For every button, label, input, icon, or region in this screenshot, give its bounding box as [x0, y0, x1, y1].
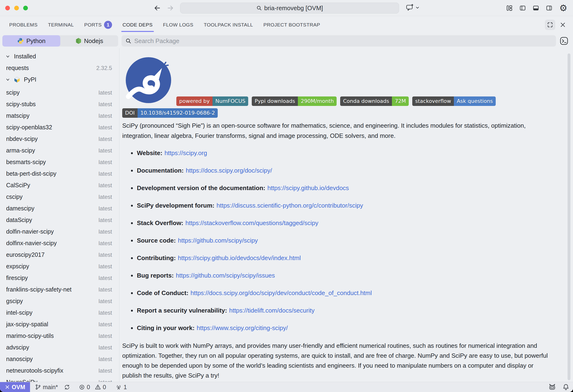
- zoom-window-button[interactable]: [23, 6, 28, 10]
- package-row[interactable]: intel-scipy latest: [0, 307, 119, 319]
- tab-problems[interactable]: PROBLEMS: [9, 16, 37, 34]
- forward-button[interactable]: [166, 4, 175, 12]
- link-label: Source code:: [137, 237, 176, 244]
- package-row[interactable]: firescipy latest: [0, 272, 119, 284]
- link[interactable]: https://scipy.org: [164, 149, 207, 157]
- package-row[interactable]: expscipy latest: [0, 261, 119, 272]
- package-name: arma-scipy: [6, 147, 35, 154]
- package-version: latest: [99, 194, 112, 200]
- package-row[interactable]: nanoscipy latest: [0, 353, 119, 365]
- customize-layout-icon[interactable]: [506, 5, 513, 11]
- python-tab-button[interactable]: Python: [2, 35, 60, 47]
- package-row[interactable]: requests 2.32.5: [0, 62, 119, 74]
- toggle-right-panel-icon[interactable]: [546, 5, 552, 11]
- tab-toolpack-install[interactable]: TOOLPACK INSTALL: [204, 16, 253, 34]
- package-row[interactable]: netneurotools-scipyfix latest: [0, 365, 119, 376]
- package-row[interactable]: besmarts-scipy latest: [0, 156, 119, 168]
- arrow-right-icon: [167, 4, 174, 12]
- package-row[interactable]: marimo-scipy-utils latest: [0, 330, 119, 342]
- package-row[interactable]: cscipy latest: [0, 191, 119, 203]
- tab-ports[interactable]: PORTS 1: [84, 16, 112, 34]
- package-version: latest: [99, 205, 112, 212]
- package-name: expscipy: [6, 263, 29, 270]
- tab-flow-logs[interactable]: FLOW LOGS: [163, 16, 193, 34]
- package-row[interactable]: CalSciPy latest: [0, 179, 119, 191]
- close-panel-button[interactable]: [560, 22, 566, 28]
- link[interactable]: https://docs.scipy.org/doc/scipy/dev/con…: [191, 289, 372, 297]
- remote-indicator[interactable]: OVM: [0, 382, 30, 392]
- ai-chat-button[interactable]: [406, 3, 419, 12]
- package-search-input[interactable]: [134, 37, 552, 45]
- list-item: SciPy development forum: https://discuss…: [122, 202, 372, 209]
- tab-terminal[interactable]: TERMINAL: [48, 16, 74, 34]
- package-row[interactable]: arma-scipy latest: [0, 145, 119, 156]
- panel-content: Installed requests 2.32.5 PyPI scipy lat…: [0, 48, 573, 382]
- badge-label: Conda downloads: [340, 96, 392, 106]
- list-item: Website: https://scipy.org: [122, 149, 372, 157]
- link[interactable]: https://tidelift.com/docs/security: [229, 307, 314, 314]
- link[interactable]: https://discuss.scientific-python.org/c/…: [216, 202, 363, 209]
- search-icon: [256, 5, 262, 11]
- ports-indicator[interactable]: 1: [116, 384, 127, 391]
- branch-indicator[interactable]: main*: [35, 384, 58, 391]
- link[interactable]: https://www.scipy.org/citing-scipy/: [197, 324, 288, 332]
- sync-button[interactable]: [64, 384, 70, 390]
- link[interactable]: https://github.com/scipy/scipy/issues: [176, 272, 275, 279]
- window-search-field[interactable]: bria-removebg [OVM]: [180, 3, 399, 14]
- readme-badge: Pypi downloads 290M/month: [252, 96, 337, 106]
- package-version: latest: [99, 309, 112, 316]
- link[interactable]: https://stackoverflow.com/questions/tagg…: [186, 219, 318, 227]
- tab-project-bootstrap[interactable]: PROJECT BOOTSTRAP: [263, 16, 320, 34]
- package-row[interactable]: scipy-stubs latest: [0, 98, 119, 110]
- link-label: Citing in your work:: [137, 324, 195, 332]
- toggle-bottom-panel-icon[interactable]: [533, 5, 539, 11]
- package-row[interactable]: dolfinx-navier-scipy latest: [0, 237, 119, 249]
- package-row[interactable]: jax-scipy-spatial latest: [0, 319, 119, 330]
- minimize-window-button[interactable]: [14, 6, 19, 10]
- link[interactable]: https://github.com/scipy/scipy: [178, 237, 258, 244]
- git-branch-icon: [35, 384, 41, 390]
- package-list: scipy latest scipy-stubs latest matscipy…: [0, 87, 119, 382]
- package-name: scipy-openblas32: [6, 124, 52, 131]
- package-row[interactable]: franklins-scipy-safety-net latest: [0, 284, 119, 295]
- package-row[interactable]: gscipy latest: [0, 295, 119, 307]
- warnings-indicator[interactable]: 0: [95, 384, 106, 391]
- open-terminal-button[interactable]: [560, 37, 568, 45]
- link[interactable]: https://scipy.github.io/devdocs/dev/inde…: [178, 254, 301, 262]
- package-search-field[interactable]: [122, 35, 556, 47]
- bell-icon[interactable]: [563, 383, 569, 391]
- installed-group-header[interactable]: Installed: [0, 51, 119, 62]
- link[interactable]: https://scipy.github.io/devdocs: [267, 184, 349, 192]
- gear-icon[interactable]: ⚙: [559, 3, 567, 13]
- chevron-down-icon: [5, 77, 10, 82]
- close-window-button[interactable]: [5, 6, 10, 10]
- package-name: nbdev-scipy: [6, 135, 37, 142]
- package-row[interactable]: NeuroSciPy latest: [0, 376, 119, 382]
- package-row[interactable]: beta-pert-dist-scipy latest: [0, 168, 119, 179]
- toggle-left-panel-icon[interactable]: [519, 5, 526, 11]
- package-row[interactable]: euroscipy2017 latest: [0, 249, 119, 261]
- pypi-group-header[interactable]: PyPI: [0, 74, 119, 85]
- tab-code-deps[interactable]: CODE DEPS: [123, 16, 152, 34]
- expand-panel-button[interactable]: [545, 20, 555, 30]
- package-row[interactable]: damescipy latest: [0, 203, 119, 214]
- package-row[interactable]: scipy latest: [0, 87, 119, 98]
- package-row[interactable]: nbdev-scipy latest: [0, 133, 119, 145]
- package-row[interactable]: scipy-openblas32 latest: [0, 122, 119, 133]
- readme-badge: Conda downloads 72M: [340, 96, 409, 106]
- package-row[interactable]: matscipy latest: [0, 110, 119, 122]
- errors-indicator[interactable]: 0: [79, 384, 90, 391]
- link[interactable]: https://docs.scipy.org/doc/scipy/: [186, 167, 272, 174]
- assistant-robot-icon[interactable]: [548, 383, 556, 391]
- package-row[interactable]: dataScipy latest: [0, 214, 119, 226]
- package-row[interactable]: dolfin-navier-scipy latest: [0, 226, 119, 237]
- link-label: Code of Conduct:: [137, 289, 188, 297]
- list-item: Bug reports: https://github.com/scipy/sc…: [122, 272, 372, 279]
- package-name: netneurotools-scipyfix: [6, 367, 63, 374]
- package-row[interactable]: advscipy latest: [0, 342, 119, 353]
- nodejs-tab-button[interactable]: Nodejs: [60, 35, 118, 47]
- scrollbar-thumb[interactable]: [568, 53, 570, 380]
- chevron-down-icon: [415, 6, 419, 9]
- warning-icon: [95, 384, 101, 390]
- back-button[interactable]: [153, 4, 161, 12]
